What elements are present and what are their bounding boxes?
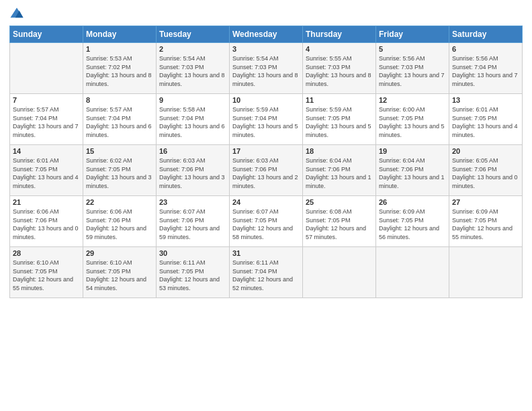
- header-day-wednesday: Wednesday: [230, 26, 303, 43]
- calendar-cell: [376, 247, 449, 298]
- day-number: 5: [379, 45, 446, 53]
- calendar-cell: 5Sunrise: 5:56 AM Sunset: 7:03 PM Daylig…: [376, 43, 449, 94]
- day-number: 30: [159, 249, 226, 257]
- day-content: Sunrise: 6:11 AM Sunset: 7:05 PM Dayligh…: [159, 259, 226, 292]
- calendar-cell: 16Sunrise: 6:03 AM Sunset: 7:06 PM Dayli…: [157, 145, 230, 196]
- day-number: 16: [159, 147, 226, 155]
- day-content: Sunrise: 6:09 AM Sunset: 7:05 PM Dayligh…: [452, 208, 519, 241]
- calendar-cell: 11Sunrise: 5:59 AM Sunset: 7:05 PM Dayli…: [303, 94, 376, 145]
- day-number: 11: [306, 96, 373, 104]
- calendar-cell: [10, 43, 83, 94]
- calendar-cell: 10Sunrise: 5:59 AM Sunset: 7:04 PM Dayli…: [230, 94, 303, 145]
- day-content: Sunrise: 5:55 AM Sunset: 7:03 PM Dayligh…: [306, 54, 373, 88]
- calendar-week-row: 1Sunrise: 5:53 AM Sunset: 7:02 PM Daylig…: [10, 43, 523, 94]
- logo: [9, 7, 27, 21]
- day-content: Sunrise: 6:11 AM Sunset: 7:04 PM Dayligh…: [232, 259, 300, 292]
- calendar-cell: 7Sunrise: 5:57 AM Sunset: 7:04 PM Daylig…: [10, 94, 83, 145]
- calendar-cell: 20Sunrise: 6:05 AM Sunset: 7:06 PM Dayli…: [449, 145, 523, 196]
- day-number: 10: [232, 96, 300, 104]
- day-number: 26: [379, 198, 446, 206]
- day-content: Sunrise: 6:06 AM Sunset: 7:06 PM Dayligh…: [86, 208, 153, 241]
- calendar-cell: 30Sunrise: 6:11 AM Sunset: 7:05 PM Dayli…: [157, 247, 230, 298]
- day-number: 9: [159, 96, 226, 104]
- day-number: 17: [232, 147, 300, 155]
- calendar-cell: 19Sunrise: 6:04 AM Sunset: 7:06 PM Dayli…: [376, 145, 449, 196]
- calendar-cell: 8Sunrise: 5:57 AM Sunset: 7:04 PM Daylig…: [83, 94, 157, 145]
- day-content: Sunrise: 6:07 AM Sunset: 7:05 PM Dayligh…: [232, 208, 300, 241]
- calendar-cell: 2Sunrise: 5:54 AM Sunset: 7:03 PM Daylig…: [157, 43, 230, 94]
- day-content: Sunrise: 5:54 AM Sunset: 7:03 PM Dayligh…: [232, 54, 300, 88]
- calendar-cell: [449, 247, 523, 298]
- day-number: 1: [86, 45, 153, 53]
- day-number: 4: [306, 45, 373, 53]
- header-day-friday: Friday: [376, 26, 449, 43]
- day-number: 24: [232, 198, 300, 206]
- calendar-cell: 9Sunrise: 5:58 AM Sunset: 7:04 PM Daylig…: [157, 94, 230, 145]
- calendar-cell: 3Sunrise: 5:54 AM Sunset: 7:03 PM Daylig…: [230, 43, 303, 94]
- day-content: Sunrise: 6:05 AM Sunset: 7:06 PM Dayligh…: [452, 156, 519, 190]
- calendar-cell: 15Sunrise: 6:02 AM Sunset: 7:05 PM Dayli…: [83, 145, 157, 196]
- day-number: 3: [232, 45, 300, 53]
- calendar-cell: 6Sunrise: 5:56 AM Sunset: 7:04 PM Daylig…: [449, 43, 523, 94]
- calendar-cell: 14Sunrise: 6:01 AM Sunset: 7:05 PM Dayli…: [10, 145, 83, 196]
- day-number: 8: [86, 96, 153, 104]
- day-content: Sunrise: 6:03 AM Sunset: 7:06 PM Dayligh…: [159, 156, 226, 190]
- calendar-cell: [303, 247, 376, 298]
- calendar-week-row: 14Sunrise: 6:01 AM Sunset: 7:05 PM Dayli…: [10, 145, 523, 196]
- day-content: Sunrise: 6:10 AM Sunset: 7:05 PM Dayligh…: [13, 259, 80, 292]
- day-content: Sunrise: 6:10 AM Sunset: 7:05 PM Dayligh…: [86, 259, 153, 292]
- day-number: 23: [159, 198, 226, 206]
- day-content: Sunrise: 6:03 AM Sunset: 7:06 PM Dayligh…: [232, 156, 300, 190]
- calendar-week-row: 21Sunrise: 6:06 AM Sunset: 7:06 PM Dayli…: [10, 196, 523, 247]
- day-content: Sunrise: 6:04 AM Sunset: 7:06 PM Dayligh…: [379, 156, 446, 190]
- day-content: Sunrise: 6:07 AM Sunset: 7:06 PM Dayligh…: [159, 208, 226, 241]
- day-number: 21: [13, 198, 80, 206]
- day-number: 29: [86, 249, 153, 257]
- calendar-cell: 26Sunrise: 6:09 AM Sunset: 7:05 PM Dayli…: [376, 196, 449, 247]
- calendar-cell: 4Sunrise: 5:55 AM Sunset: 7:03 PM Daylig…: [303, 43, 376, 94]
- calendar-cell: 25Sunrise: 6:08 AM Sunset: 7:05 PM Dayli…: [303, 196, 376, 247]
- header-day-tuesday: Tuesday: [157, 26, 230, 43]
- day-number: 6: [452, 45, 519, 53]
- day-number: 19: [379, 147, 446, 155]
- day-content: Sunrise: 5:57 AM Sunset: 7:04 PM Dayligh…: [13, 105, 80, 139]
- day-number: 25: [306, 198, 373, 206]
- calendar-cell: 24Sunrise: 6:07 AM Sunset: 7:05 PM Dayli…: [230, 196, 303, 247]
- day-number: 31: [232, 249, 300, 257]
- header-day-saturday: Saturday: [449, 26, 523, 43]
- calendar-table: SundayMondayTuesdayWednesdayThursdayFrid…: [9, 26, 523, 298]
- calendar-cell: 17Sunrise: 6:03 AM Sunset: 7:06 PM Dayli…: [230, 145, 303, 196]
- calendar-cell: 27Sunrise: 6:09 AM Sunset: 7:05 PM Dayli…: [449, 196, 523, 247]
- day-number: 13: [452, 96, 519, 104]
- calendar-cell: 31Sunrise: 6:11 AM Sunset: 7:04 PM Dayli…: [230, 247, 303, 298]
- day-number: 7: [13, 96, 80, 104]
- day-content: Sunrise: 6:02 AM Sunset: 7:05 PM Dayligh…: [86, 156, 153, 190]
- calendar-cell: 22Sunrise: 6:06 AM Sunset: 7:06 PM Dayli…: [83, 196, 157, 247]
- day-number: 15: [86, 147, 153, 155]
- day-number: 27: [452, 198, 519, 206]
- day-number: 28: [13, 249, 80, 257]
- day-content: Sunrise: 5:57 AM Sunset: 7:04 PM Dayligh…: [86, 105, 153, 139]
- calendar-cell: 28Sunrise: 6:10 AM Sunset: 7:05 PM Dayli…: [10, 247, 83, 298]
- day-content: Sunrise: 6:01 AM Sunset: 7:05 PM Dayligh…: [452, 105, 519, 139]
- calendar-cell: 1Sunrise: 5:53 AM Sunset: 7:02 PM Daylig…: [83, 43, 157, 94]
- day-content: Sunrise: 5:53 AM Sunset: 7:02 PM Dayligh…: [86, 54, 153, 88]
- day-number: 18: [306, 147, 373, 155]
- day-content: Sunrise: 6:08 AM Sunset: 7:05 PM Dayligh…: [306, 208, 373, 241]
- logo-icon: [9, 7, 24, 21]
- day-content: Sunrise: 5:59 AM Sunset: 7:04 PM Dayligh…: [232, 105, 300, 139]
- day-number: 12: [379, 96, 446, 104]
- day-content: Sunrise: 5:56 AM Sunset: 7:04 PM Dayligh…: [452, 54, 519, 88]
- day-content: Sunrise: 6:06 AM Sunset: 7:06 PM Dayligh…: [13, 208, 80, 241]
- day-content: Sunrise: 6:00 AM Sunset: 7:05 PM Dayligh…: [379, 105, 446, 139]
- calendar-cell: 12Sunrise: 6:00 AM Sunset: 7:05 PM Dayli…: [376, 94, 449, 145]
- day-content: Sunrise: 5:59 AM Sunset: 7:05 PM Dayligh…: [306, 105, 373, 139]
- day-number: 20: [452, 147, 519, 155]
- day-number: 14: [13, 147, 80, 155]
- header-day-monday: Monday: [83, 26, 157, 43]
- calendar-cell: 21Sunrise: 6:06 AM Sunset: 7:06 PM Dayli…: [10, 196, 83, 247]
- day-number: 22: [86, 198, 153, 206]
- day-content: Sunrise: 5:58 AM Sunset: 7:04 PM Dayligh…: [159, 105, 226, 139]
- day-content: Sunrise: 5:54 AM Sunset: 7:03 PM Dayligh…: [159, 54, 226, 88]
- header-day-sunday: Sunday: [10, 26, 83, 43]
